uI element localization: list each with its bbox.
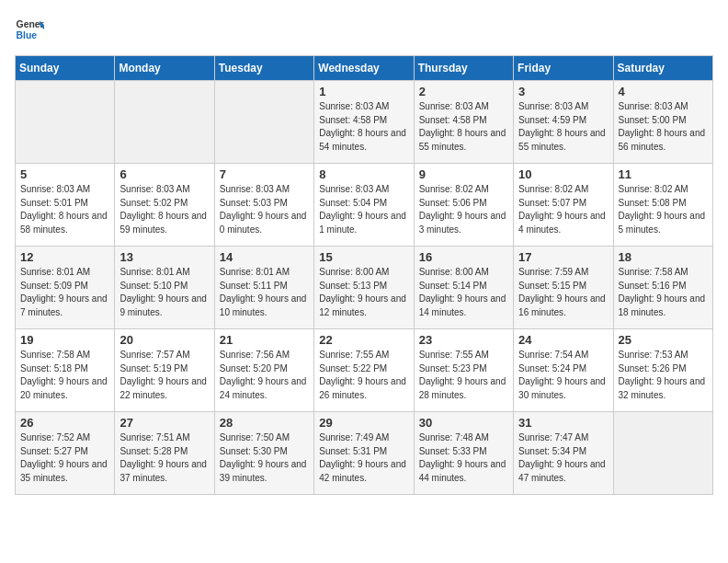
day-info: Sunrise: 7:55 AMSunset: 5:23 PMDaylight:…: [419, 349, 508, 402]
day-number: 8: [319, 167, 408, 181]
calendar-cell: 17Sunrise: 7:59 AMSunset: 5:15 PMDayligh…: [514, 247, 613, 329]
day-number: 22: [319, 333, 408, 347]
calendar-cell: 21Sunrise: 7:56 AMSunset: 5:20 PMDayligh…: [214, 329, 313, 412]
calendar-cell: 19Sunrise: 7:58 AMSunset: 5:18 PMDayligh…: [16, 329, 115, 412]
day-number: 27: [119, 416, 209, 430]
day-number: 14: [220, 250, 309, 264]
day-number: 19: [20, 333, 109, 347]
day-number: 2: [419, 85, 508, 98]
day-number: 7: [220, 167, 309, 181]
day-info: Sunrise: 7:54 AMSunset: 5:24 PMDaylight:…: [518, 349, 608, 402]
day-info: Sunrise: 8:01 AMSunset: 5:11 PMDaylight:…: [220, 266, 309, 319]
calendar-cell: 11Sunrise: 8:02 AMSunset: 5:08 PMDayligh…: [613, 164, 712, 247]
weekday-header-tuesday: Tuesday: [214, 56, 313, 81]
day-number: 23: [419, 333, 508, 347]
day-number: 17: [518, 250, 608, 264]
calendar-cell: [16, 81, 115, 164]
calendar-cell: 14Sunrise: 8:01 AMSunset: 5:11 PMDayligh…: [214, 247, 313, 329]
weekday-header-thursday: Thursday: [414, 56, 513, 81]
day-info: Sunrise: 7:59 AMSunset: 5:15 PMDaylight:…: [518, 266, 608, 319]
svg-text:Blue: Blue: [17, 30, 38, 40]
day-info: Sunrise: 8:03 AMSunset: 4:59 PMDaylight:…: [518, 100, 608, 154]
calendar-cell: 1Sunrise: 8:03 AMSunset: 4:58 PMDaylight…: [314, 81, 414, 164]
day-number: 30: [419, 416, 508, 430]
day-info: Sunrise: 8:02 AMSunset: 5:06 PMDaylight:…: [419, 183, 508, 236]
logo-icon: General Blue: [15, 15, 44, 44]
calendar-cell: 10Sunrise: 8:02 AMSunset: 5:07 PMDayligh…: [514, 164, 613, 247]
day-info: Sunrise: 8:03 AMSunset: 5:03 PMDaylight:…: [220, 183, 309, 236]
calendar-cell: 24Sunrise: 7:54 AMSunset: 5:24 PMDayligh…: [514, 329, 613, 412]
logo: General Blue: [15, 15, 44, 44]
day-number: 10: [518, 167, 608, 181]
calendar-cell: 20Sunrise: 7:57 AMSunset: 5:19 PMDayligh…: [115, 329, 214, 412]
day-number: 26: [20, 416, 109, 430]
week-row-2: 5Sunrise: 8:03 AMSunset: 5:01 PMDaylight…: [16, 164, 713, 247]
calendar-cell: 26Sunrise: 7:52 AMSunset: 5:27 PMDayligh…: [16, 412, 115, 495]
day-number: 11: [619, 167, 708, 181]
day-number: 18: [619, 250, 708, 264]
calendar-cell: 29Sunrise: 7:49 AMSunset: 5:31 PMDayligh…: [314, 412, 414, 495]
calendar-cell: [115, 81, 214, 164]
day-info: Sunrise: 8:02 AMSunset: 5:07 PMDaylight:…: [518, 183, 608, 236]
weekday-header-row: SundayMondayTuesdayWednesdayThursdayFrid…: [16, 56, 713, 81]
day-number: 1: [319, 85, 408, 98]
day-number: 9: [419, 167, 508, 181]
day-info: Sunrise: 7:51 AMSunset: 5:28 PMDaylight:…: [119, 431, 209, 485]
day-info: Sunrise: 7:47 AMSunset: 5:34 PMDaylight:…: [518, 431, 608, 485]
weekday-header-sunday: Sunday: [16, 56, 115, 81]
day-number: 5: [20, 167, 109, 181]
day-number: 12: [20, 250, 109, 264]
day-info: Sunrise: 7:57 AMSunset: 5:19 PMDaylight:…: [119, 349, 209, 402]
calendar-cell: 15Sunrise: 8:00 AMSunset: 5:13 PMDayligh…: [314, 247, 414, 329]
day-info: Sunrise: 8:03 AMSunset: 5:02 PMDaylight:…: [119, 183, 209, 236]
calendar-cell: 28Sunrise: 7:50 AMSunset: 5:30 PMDayligh…: [214, 412, 313, 495]
weekday-header-wednesday: Wednesday: [314, 56, 414, 81]
day-info: Sunrise: 7:48 AMSunset: 5:33 PMDaylight:…: [419, 431, 508, 485]
weekday-header-monday: Monday: [115, 56, 214, 81]
calendar-cell: 5Sunrise: 8:03 AMSunset: 5:01 PMDaylight…: [16, 164, 115, 247]
day-number: 20: [119, 333, 209, 347]
day-number: 4: [619, 85, 708, 98]
day-number: 29: [319, 416, 408, 430]
day-number: 6: [119, 167, 209, 181]
calendar-cell: [214, 81, 313, 164]
day-info: Sunrise: 8:03 AMSunset: 5:04 PMDaylight:…: [319, 183, 408, 236]
calendar-cell: 25Sunrise: 7:53 AMSunset: 5:26 PMDayligh…: [613, 329, 712, 412]
weekday-header-saturday: Saturday: [613, 56, 712, 81]
weekday-header-friday: Friday: [514, 56, 613, 81]
calendar-cell: 18Sunrise: 7:58 AMSunset: 5:16 PMDayligh…: [613, 247, 712, 329]
day-number: 16: [419, 250, 508, 264]
day-info: Sunrise: 8:01 AMSunset: 5:10 PMDaylight:…: [119, 266, 209, 319]
day-info: Sunrise: 8:02 AMSunset: 5:08 PMDaylight:…: [619, 183, 708, 236]
calendar-cell: 2Sunrise: 8:03 AMSunset: 4:58 PMDaylight…: [414, 81, 513, 164]
day-number: 15: [319, 250, 408, 264]
calendar-cell: 8Sunrise: 8:03 AMSunset: 5:04 PMDaylight…: [314, 164, 414, 247]
day-info: Sunrise: 8:03 AMSunset: 5:01 PMDaylight:…: [20, 183, 109, 236]
day-info: Sunrise: 8:00 AMSunset: 5:14 PMDaylight:…: [419, 266, 508, 319]
calendar-cell: 3Sunrise: 8:03 AMSunset: 4:59 PMDaylight…: [514, 81, 613, 164]
calendar-cell: 13Sunrise: 8:01 AMSunset: 5:10 PMDayligh…: [115, 247, 214, 329]
day-info: Sunrise: 7:50 AMSunset: 5:30 PMDaylight:…: [220, 431, 309, 485]
day-number: 24: [518, 333, 608, 347]
week-row-5: 26Sunrise: 7:52 AMSunset: 5:27 PMDayligh…: [16, 412, 713, 495]
calendar-cell: 22Sunrise: 7:55 AMSunset: 5:22 PMDayligh…: [314, 329, 414, 412]
calendar-cell: 30Sunrise: 7:48 AMSunset: 5:33 PMDayligh…: [414, 412, 513, 495]
day-number: 25: [619, 333, 708, 347]
day-number: 21: [220, 333, 309, 347]
week-row-1: 1Sunrise: 8:03 AMSunset: 4:58 PMDaylight…: [16, 81, 713, 164]
calendar-cell: 16Sunrise: 8:00 AMSunset: 5:14 PMDayligh…: [414, 247, 513, 329]
day-info: Sunrise: 7:52 AMSunset: 5:27 PMDaylight:…: [20, 431, 109, 485]
calendar-cell: 6Sunrise: 8:03 AMSunset: 5:02 PMDaylight…: [115, 164, 214, 247]
page-header: General Blue: [15, 15, 713, 44]
calendar-table: SundayMondayTuesdayWednesdayThursdayFrid…: [15, 55, 713, 495]
week-row-3: 12Sunrise: 8:01 AMSunset: 5:09 PMDayligh…: [16, 247, 713, 329]
day-info: Sunrise: 7:58 AMSunset: 5:18 PMDaylight:…: [20, 349, 109, 402]
calendar-cell: 31Sunrise: 7:47 AMSunset: 5:34 PMDayligh…: [514, 412, 613, 495]
day-info: Sunrise: 7:56 AMSunset: 5:20 PMDaylight:…: [220, 349, 309, 402]
day-number: 31: [518, 416, 608, 430]
day-info: Sunrise: 7:49 AMSunset: 5:31 PMDaylight:…: [319, 431, 408, 485]
calendar-cell: [613, 412, 712, 495]
day-info: Sunrise: 7:58 AMSunset: 5:16 PMDaylight:…: [619, 266, 708, 319]
day-number: 28: [220, 416, 309, 430]
calendar-cell: 9Sunrise: 8:02 AMSunset: 5:06 PMDaylight…: [414, 164, 513, 247]
